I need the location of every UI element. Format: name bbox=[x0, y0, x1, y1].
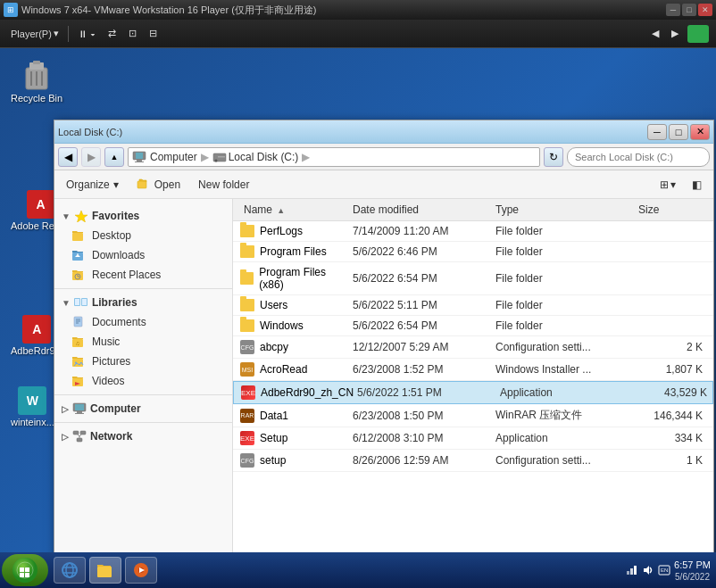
hide-pane-button[interactable]: ◧ bbox=[684, 175, 710, 195]
sidebar-item-downloads[interactable]: Downloads bbox=[54, 245, 232, 265]
open-icon bbox=[137, 178, 151, 192]
back-button[interactable]: ◀ bbox=[58, 147, 78, 167]
forward-button[interactable]: ▶ bbox=[668, 26, 682, 41]
file-name: Setup bbox=[260, 432, 287, 444]
unity-button[interactable]: ⊟ bbox=[146, 26, 161, 41]
player-menu-button[interactable]: Player(P) ▾ bbox=[7, 26, 62, 41]
svg-rect-49 bbox=[20, 567, 24, 572]
sidebar-item-pictures[interactable]: Pictures bbox=[54, 352, 232, 371]
table-row[interactable]: EXE AdbeRdr90_zh_CN 5/6/2022 1:51 PM App… bbox=[233, 381, 713, 404]
file-type-cell: Configuration setti... bbox=[492, 338, 635, 356]
taskbar-ie-button[interactable] bbox=[54, 557, 86, 584]
table-row[interactable]: Users 5/6/2022 5:11 PM File folder bbox=[233, 295, 713, 316]
app-teal-icon[interactable]: W winteinx... bbox=[7, 383, 58, 431]
tray-clock[interactable]: 6:57 PM 5/6/2022 bbox=[674, 559, 711, 581]
sidebar-item-videos[interactable]: Videos bbox=[54, 371, 232, 391]
svg-text:EN: EN bbox=[661, 567, 668, 573]
help-button[interactable]: ◀ bbox=[648, 26, 662, 41]
pictures-icon bbox=[72, 354, 87, 369]
refresh-button[interactable]: ↻ bbox=[544, 147, 563, 167]
address-path[interactable]: Computer ▶ Local Disk (C:) ▶ bbox=[128, 147, 540, 167]
table-row[interactable]: MSI AcroRead 6/23/2008 1:52 PM Windows I… bbox=[233, 359, 713, 381]
table-row[interactable]: Program Files 5/6/2022 6:46 PM File fold… bbox=[233, 242, 713, 262]
sidebar-music-label: Music bbox=[92, 335, 120, 348]
table-row[interactable]: Windows 5/6/2022 6:54 PM File folder bbox=[233, 316, 713, 336]
media-player-icon bbox=[132, 561, 150, 579]
sidebar-item-desktop[interactable]: Desktop bbox=[54, 226, 232, 245]
file-size-cell bbox=[635, 249, 706, 254]
table-row[interactable]: PerfLogs 7/14/2009 11:20 AM File folder bbox=[233, 221, 713, 242]
start-orb-icon bbox=[12, 557, 38, 584]
address-bar: ◀ ▶ ▲ Computer ▶ Local bbox=[54, 144, 713, 170]
file-name: PerfLogs bbox=[260, 225, 303, 237]
sidebar-item-documents[interactable]: Documents bbox=[54, 312, 232, 332]
favorites-header[interactable]: ▼ Favorites bbox=[54, 206, 232, 226]
path-local-disk[interactable]: Local Disk (C:) bbox=[212, 150, 299, 164]
file-name-cell: Program Files bbox=[240, 243, 349, 261]
file-name: Windows bbox=[260, 319, 304, 332]
path-computer[interactable]: Computer bbox=[150, 151, 197, 163]
libraries-header[interactable]: ▼ Libraries bbox=[54, 293, 232, 312]
file-size-cell: 146,344 K bbox=[635, 407, 706, 425]
new-folder-button[interactable]: New folder bbox=[190, 175, 257, 195]
start-button[interactable] bbox=[2, 554, 48, 586]
svg-rect-38 bbox=[75, 404, 84, 410]
file-name-cell: CFG abcpy bbox=[240, 337, 349, 357]
organize-button[interactable]: Organize ▾ bbox=[58, 175, 127, 195]
explorer-minimize-button[interactable]: ─ bbox=[647, 124, 667, 140]
svg-rect-35 bbox=[72, 378, 83, 386]
col-name[interactable]: Name ▲ bbox=[240, 201, 349, 219]
views-button[interactable]: ⊞ ▾ bbox=[654, 175, 682, 195]
svg-point-53 bbox=[62, 563, 77, 577]
sidebar-item-recent-places[interactable]: Recent Places bbox=[54, 265, 232, 285]
taskbar-explorer-button[interactable] bbox=[89, 557, 121, 584]
sidebar-item-music[interactable]: ♫ Music bbox=[54, 332, 232, 352]
computer-header[interactable]: ▷ Computer bbox=[54, 399, 232, 418]
taskbar-media-button[interactable] bbox=[125, 557, 157, 584]
views-icon: ⊞ bbox=[660, 178, 669, 191]
svg-rect-8 bbox=[137, 160, 142, 161]
explorer-window-title: Local Disk (C:) bbox=[58, 127, 122, 137]
network-header[interactable]: ▷ Network bbox=[54, 427, 232, 446]
file-name-cell: EXE Setup bbox=[240, 428, 349, 448]
network-tray-icon bbox=[626, 564, 638, 576]
table-row[interactable]: RAR Data1 6/23/2008 1:50 PM WinRAR 压缩文件 … bbox=[233, 404, 713, 427]
file-date-cell: 5/6/2022 5:11 PM bbox=[349, 296, 492, 314]
svg-rect-63 bbox=[634, 566, 637, 575]
table-row[interactable]: Program Files (x86) 5/6/2022 6:54 PM Fil… bbox=[233, 262, 713, 295]
file-date-cell: 6/12/2008 3:10 PM bbox=[349, 429, 492, 447]
maximize-button[interactable]: □ bbox=[682, 4, 696, 16]
desktop-folder-icon bbox=[72, 228, 87, 243]
up-button[interactable]: ▲ bbox=[104, 147, 124, 167]
network-section: ▷ Network bbox=[54, 427, 232, 446]
cfg-icon: CFG bbox=[240, 340, 254, 354]
recycle-bin-icon[interactable]: Recycle Bin bbox=[7, 55, 66, 107]
col-date[interactable]: Date modified bbox=[349, 201, 492, 219]
file-type-cell: WinRAR 压缩文件 bbox=[492, 405, 635, 426]
network-icon bbox=[72, 430, 87, 443]
svg-rect-43 bbox=[77, 438, 82, 442]
fullscreen-button[interactable]: ⊡ bbox=[125, 26, 140, 41]
table-row[interactable]: EXE Setup 6/12/2008 3:10 PM Application … bbox=[233, 427, 713, 450]
sidebar-divider-1 bbox=[54, 288, 232, 289]
col-size[interactable]: Size bbox=[635, 201, 706, 219]
sort-arrow: ▲ bbox=[277, 206, 285, 215]
usb-button[interactable]: ⇄ bbox=[104, 26, 120, 41]
table-row[interactable]: CFG abcpy 12/12/2007 5:29 AM Configurati… bbox=[233, 336, 713, 359]
explorer-toolbar: Organize ▾ Open New folder ⊞ ▾ ◧ bbox=[54, 170, 713, 199]
adobe-icon2-image: A bbox=[22, 315, 51, 344]
close-button[interactable]: ✕ bbox=[698, 4, 712, 16]
forward-button-explorer[interactable]: ▶ bbox=[81, 147, 101, 167]
minimize-button[interactable]: ─ bbox=[666, 4, 680, 16]
computer-sidebar-icon bbox=[72, 402, 87, 415]
file-name-cell: CFG setup bbox=[240, 451, 349, 470]
pause-button[interactable]: ⏸ ▾ bbox=[74, 27, 99, 41]
explorer-close-button[interactable]: ✕ bbox=[690, 124, 710, 140]
file-name-cell: Program Files (x86) bbox=[240, 263, 349, 294]
search-input[interactable] bbox=[567, 147, 710, 167]
explorer-maximize-button[interactable]: □ bbox=[669, 124, 688, 140]
open-button[interactable]: Open bbox=[129, 174, 188, 195]
col-type[interactable]: Type bbox=[492, 201, 635, 219]
sidebar-videos-label: Videos bbox=[92, 375, 124, 387]
table-row[interactable]: CFG setup 8/26/2006 12:59 AM Configurati… bbox=[233, 450, 713, 472]
